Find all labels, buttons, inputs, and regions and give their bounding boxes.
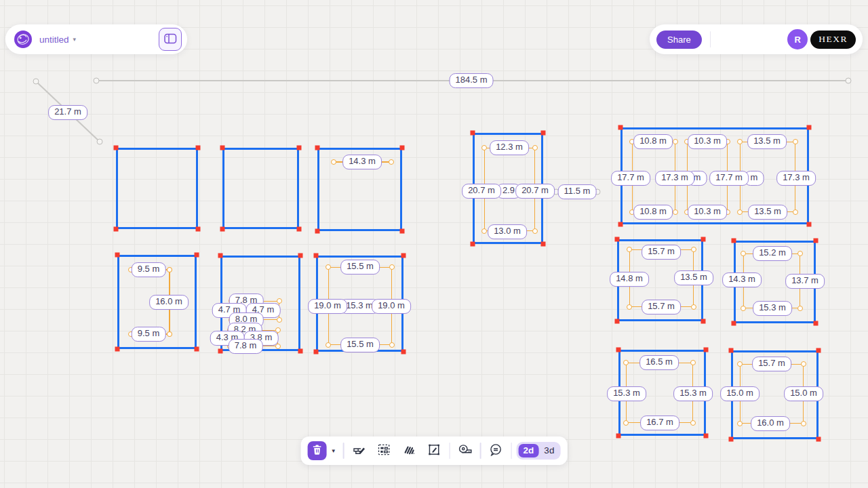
corner-handle[interactable] <box>220 227 225 232</box>
corner-handle[interactable] <box>315 229 320 234</box>
measure-label[interactable]: 9.5 m <box>132 327 166 342</box>
corner-handle[interactable] <box>218 349 223 354</box>
corner-handle[interactable] <box>298 253 303 258</box>
corner-handle[interactable] <box>732 321 736 326</box>
corner-handle[interactable] <box>400 146 405 150</box>
room-outline[interactable] <box>222 148 299 229</box>
measure-label[interactable]: 16.0 m <box>751 416 790 431</box>
measure-label[interactable]: 10.8 m <box>633 134 673 149</box>
measure-label[interactable]: 10.8 m <box>633 205 673 220</box>
measure-label[interactable]: 15.3 m <box>607 386 646 401</box>
measure-label[interactable]: 11.5 m <box>558 184 597 199</box>
corner-handle[interactable] <box>807 125 812 130</box>
measure-label[interactable]: 13.5 m <box>748 205 787 220</box>
corner-handle[interactable] <box>196 227 201 232</box>
corner-handle[interactable] <box>195 253 199 258</box>
corner-handle[interactable] <box>616 434 621 439</box>
corner-handle[interactable] <box>400 229 405 234</box>
measure-label[interactable]: 13.5 m <box>747 134 787 149</box>
measure-label[interactable]: 15.7 m <box>752 357 791 371</box>
corner-handle[interactable] <box>618 125 623 130</box>
corner-handle[interactable] <box>471 242 475 247</box>
furniture-button[interactable] <box>374 441 394 461</box>
document-title[interactable]: untitled <box>39 35 69 45</box>
measure-label[interactable]: 10.3 m <box>688 205 727 220</box>
share-button[interactable]: Share <box>656 30 702 49</box>
sidebar-toggle-button[interactable] <box>159 28 182 51</box>
room-outline[interactable] <box>116 148 198 229</box>
measure-label[interactable]: 17.3 m <box>776 171 816 186</box>
user-avatar[interactable]: R <box>787 29 808 49</box>
corner-handle[interactable] <box>732 239 736 243</box>
measure-label[interactable]: 16.7 m <box>640 415 679 430</box>
corner-handle[interactable] <box>704 348 709 352</box>
corner-handle[interactable] <box>615 237 620 242</box>
corner-handle[interactable] <box>541 131 546 136</box>
corner-handle[interactable] <box>701 237 706 242</box>
corner-handle[interactable] <box>315 146 320 150</box>
measure-label[interactable]: 17.3 m <box>655 171 694 186</box>
measure-label[interactable]: 13.5 m <box>674 270 713 285</box>
measure-label[interactable]: 17.7 m <box>709 171 749 186</box>
corner-handle[interactable] <box>729 437 734 442</box>
measure-label[interactable]: 15.2 m <box>753 246 792 261</box>
measure-label[interactable]: 14.3 m <box>342 155 382 169</box>
corner-handle[interactable] <box>816 437 821 442</box>
measure-label[interactable]: 20.7 m <box>515 184 555 199</box>
view-2d-button[interactable]: 2d <box>519 444 539 458</box>
measure-label[interactable]: 19.0 m <box>308 299 347 314</box>
corner-handle[interactable] <box>114 227 119 232</box>
corner-handle[interactable] <box>195 347 199 352</box>
measure-label[interactable]: 10.3 m <box>688 134 727 149</box>
measure-label[interactable]: 15.5 m <box>340 260 380 274</box>
measure-label[interactable]: 15.3 m <box>753 301 792 316</box>
corner-handle[interactable] <box>297 227 302 232</box>
corner-handle[interactable] <box>701 319 706 324</box>
measure-label[interactable]: 13.0 m <box>488 224 527 239</box>
corner-handle[interactable] <box>616 348 621 352</box>
surface-button[interactable] <box>399 441 419 461</box>
drawing-canvas[interactable]: 14.3 m12.3 m2.920.7 m20.7 m13.0 m10.8 m1… <box>0 0 868 488</box>
draw-walls-button[interactable] <box>349 441 369 461</box>
corner-handle[interactable] <box>220 146 225 150</box>
view-3d-button[interactable]: 3d <box>540 444 558 458</box>
comments-button[interactable] <box>486 441 506 461</box>
corner-handle[interactable] <box>314 253 319 258</box>
measure-label[interactable]: 17.7 m <box>611 171 650 186</box>
measure-label[interactable]: 19.0 m <box>372 299 411 314</box>
corner-handle[interactable] <box>401 253 406 258</box>
measure-label[interactable]: 15.5 m <box>340 338 380 352</box>
corner-handle[interactable] <box>114 146 119 150</box>
corner-handle[interactable] <box>196 146 201 150</box>
measure-label[interactable]: 15.7 m <box>642 300 681 314</box>
measure-label[interactable]: 12.3 m <box>490 140 529 155</box>
measure-label[interactable]: 13.7 m <box>785 274 825 289</box>
corner-handle[interactable] <box>704 434 709 439</box>
chevron-down-icon[interactable]: ▾ <box>73 36 77 43</box>
measure-label[interactable]: 9.5 m <box>132 262 166 277</box>
measure-label[interactable]: 14.8 m <box>610 272 649 287</box>
measure-label[interactable]: 16.5 m <box>639 355 679 370</box>
delete-options-caret[interactable]: ▼ <box>329 441 338 461</box>
corner-handle[interactable] <box>615 319 620 324</box>
corner-handle[interactable] <box>471 131 475 136</box>
corner-handle[interactable] <box>314 350 319 354</box>
measure-label[interactable]: 16.0 m <box>149 295 189 310</box>
corner-handle[interactable] <box>298 349 303 354</box>
corner-handle[interactable] <box>297 146 302 150</box>
delete-button[interactable] <box>308 441 327 460</box>
measure-label[interactable]: 184.5 m <box>450 73 494 88</box>
measure-label[interactable]: 21.7 m <box>48 105 87 120</box>
corner-handle[interactable] <box>218 253 223 258</box>
corner-handle[interactable] <box>729 348 734 353</box>
measure-label[interactable]: 15.3 m <box>673 386 713 401</box>
corner-handle[interactable] <box>115 347 120 352</box>
measure-label[interactable]: 20.7 m <box>462 184 501 199</box>
annotate-button[interactable] <box>424 441 444 461</box>
corner-handle[interactable] <box>814 239 818 243</box>
measure-label[interactable]: 15.7 m <box>642 245 681 260</box>
measure-label[interactable]: 15.0 m <box>784 386 823 401</box>
corner-handle[interactable] <box>115 253 120 258</box>
corner-handle[interactable] <box>541 242 546 247</box>
corner-handle[interactable] <box>814 321 818 326</box>
